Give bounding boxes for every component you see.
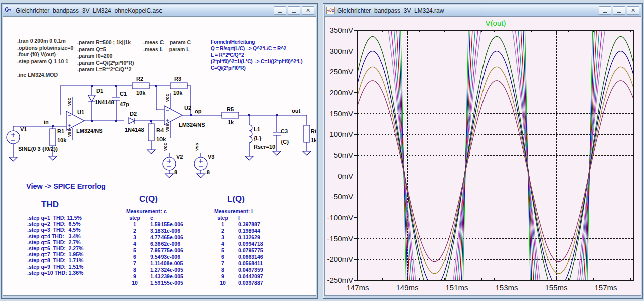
thd-results: .step q=1 THD: 11.5%.step q=2 THD: 6.5%.…: [27, 215, 83, 276]
power-pin-label: vss: [164, 124, 170, 132]
waveform-file-icon: [326, 7, 335, 14]
table-row: 50.0795775: [214, 247, 263, 254]
table-row: 34.77465e-006: [126, 234, 183, 241]
x-axis-label: 149ms: [396, 283, 418, 292]
x-axis-label: 155ms: [545, 283, 568, 292]
thd-result-line: .step q=5 THD: 2.7%: [27, 239, 83, 245]
waveform-window-title: Gleichrichter_bandpass_3V_LM324.raw: [337, 7, 599, 14]
table-header: stepl: [214, 215, 263, 221]
table-row: 101.59155e-005: [126, 280, 183, 286]
y-axis-label: 0mV: [338, 172, 353, 180]
x-axis-label: 153ms: [496, 283, 518, 292]
table-row: 100.0397887: [214, 280, 263, 286]
lq-table: stepl10.39788720.19894430.13262940.09947…: [214, 215, 263, 286]
component-label: R1: [57, 128, 64, 134]
component-label: 10k: [57, 137, 67, 143]
component-label: R2: [136, 76, 143, 82]
table-row: 40.0994718: [214, 241, 263, 247]
cq-header: C(Q): [139, 194, 158, 204]
table-row: 80.0497359: [214, 267, 263, 273]
restore-button[interactable]: [613, 6, 625, 15]
table-row: 20.198944: [214, 228, 263, 234]
component-label: 1N4148: [95, 99, 114, 105]
x-axis-label: 157ms: [595, 283, 617, 292]
component-label: 1k: [228, 119, 234, 125]
component-label: V2: [176, 154, 183, 160]
component-label: 10k: [156, 136, 166, 142]
table-row: 91.43239e-005: [126, 273, 183, 280]
minimize-icon: [603, 12, 607, 13]
table-row: 69.5493e-006: [126, 254, 183, 260]
table-row: 70.0568411: [214, 260, 263, 267]
component-label: 8: [174, 169, 177, 175]
y-axis-label: -100mV: [327, 213, 353, 222]
close-icon: ✕: [306, 8, 310, 13]
y-axis-label: 250mV: [329, 67, 353, 76]
y-axis-label: 200mV: [329, 88, 353, 97]
component-label: R3: [174, 76, 181, 82]
cq-measurement-label: Measurement: c_: [126, 208, 170, 214]
table-row: 30.132629: [214, 234, 263, 241]
component-label: 10k: [173, 90, 183, 96]
y-axis-label: 300mV: [329, 47, 353, 55]
restore-icon: [617, 9, 621, 13]
minimize-button[interactable]: [599, 6, 611, 15]
component-label: {C}: [281, 139, 289, 145]
component-label: U1: [77, 109, 84, 115]
table-row: 10.397887: [214, 221, 263, 228]
net-label: in: [44, 119, 49, 125]
component-label: L1: [254, 126, 260, 132]
thd-header: THD: [41, 200, 59, 210]
component-label: V1: [20, 126, 27, 132]
schematic-canvas[interactable]: .tran 0 200m 0 0.1m.options plotwinsize=…: [3, 16, 316, 296]
y-axis-label: -50mV: [331, 192, 353, 201]
component-label: D2: [130, 111, 137, 117]
restore-button[interactable]: [288, 6, 300, 15]
table-row: 46.3662e-006: [126, 241, 183, 247]
waveform-plot-area[interactable]: 350mV300mV250mV200mV150mV100mV50mV0mV-50…: [324, 16, 641, 296]
trace-legend-vout[interactable]: V(out): [486, 19, 506, 27]
thd-result-line: .step q=8 THD: 1.71%: [27, 257, 83, 263]
y-axis-label: 50mV: [334, 151, 353, 159]
schematic-window-titlebar[interactable]: Gleichrichter_bandpass_3V_LM324_ohneKopp…: [3, 5, 316, 16]
component-label: {L}: [254, 135, 262, 141]
thd-result-line: .step q=10 THD: 1.36%: [27, 270, 83, 276]
component-label: R5: [227, 106, 234, 112]
schematic-window: Gleichrichter_bandpass_3V_LM324_ohneKopp…: [1, 3, 318, 299]
close-button[interactable]: ✕: [627, 6, 639, 15]
component-label: 47p: [120, 101, 129, 107]
x-axis-label: 147ms: [346, 283, 369, 292]
component-label: D1: [96, 88, 103, 94]
lq-header: L(Q): [227, 194, 245, 204]
table-row: 90.0442097: [214, 273, 263, 280]
component-label: Rser=10: [254, 144, 275, 150]
y-axis-label: 150mV: [329, 109, 353, 118]
table-row: 57.95775e-006: [126, 247, 183, 254]
y-axis-label: -200mV: [327, 255, 353, 263]
y-axis-label: 350mV: [329, 26, 353, 34]
waveform-window-titlebar[interactable]: Gleichrichter_bandpass_3V_LM324.raw ✕: [324, 5, 641, 16]
waveform-plot[interactable]: 350mV300mV250mV200mV150mV100mV50mV0mV-50…: [325, 17, 641, 295]
component-label: SINE(0 3 {f0/2}): [18, 146, 58, 152]
table-row: 60.0663146: [214, 254, 263, 260]
power-pin-label: vcc: [162, 143, 168, 151]
power-pin-label: vss: [66, 129, 72, 137]
table-header: stepc: [126, 215, 183, 221]
y-axis-label: 100mV: [329, 130, 353, 138]
component-label: R6: [311, 128, 316, 134]
component-label: 10k: [136, 90, 146, 96]
component-label: LM324/NS: [179, 122, 205, 128]
power-pin-label: vcc: [66, 98, 72, 106]
trace-group: [358, 17, 633, 295]
x-axis-label: 151ms: [446, 283, 468, 292]
close-button[interactable]: ✕: [302, 6, 314, 15]
component-label: U2: [184, 105, 191, 111]
thd-result-line: .step q=3 THD: 4.5%: [27, 227, 83, 233]
lq-measurement-label: Measurement: l_: [214, 208, 256, 214]
waveform-trace-q=8[interactable]: [358, 51, 633, 287]
thd-result-line: .step q=6 THD: 2.27%: [27, 245, 83, 251]
restore-icon: [292, 9, 296, 13]
minimize-icon: [278, 12, 282, 13]
minimize-button[interactable]: [274, 6, 286, 15]
cq-table: stepc11.59155e-00623.1831e-00634.77465e-…: [126, 215, 183, 286]
